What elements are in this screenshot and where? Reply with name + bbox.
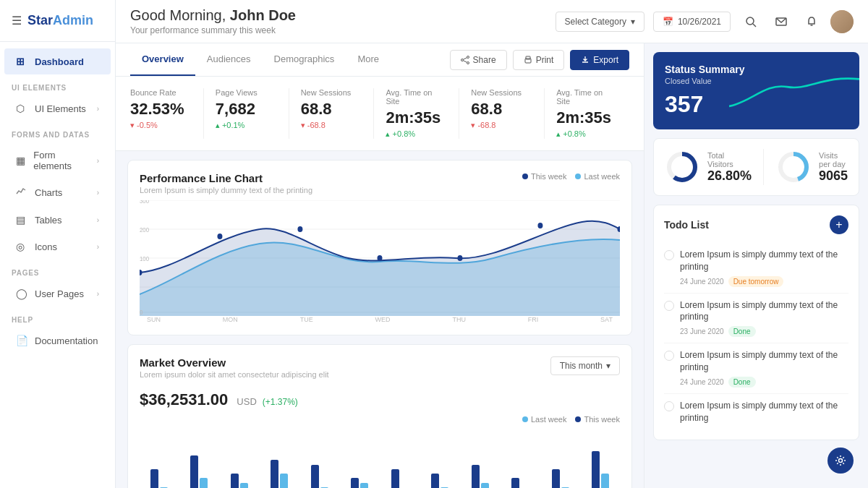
month-filter-button[interactable]: This month ▾: [550, 356, 620, 375]
todo-item: Lorem Ipsum is simply dummy text of the …: [664, 343, 848, 394]
todo-checkbox[interactable]: [664, 401, 674, 411]
charts-container: Performance Line Chart Lorem Ipsum is si…: [116, 151, 644, 488]
mail-button[interactable]: [770, 10, 793, 33]
todo-list: Lorem Ipsum is simply dummy text of the …: [664, 243, 848, 429]
chevron-icon: ›: [97, 216, 99, 224]
todo-badge: Done: [728, 377, 756, 388]
visits-per-day-info: Visits per day 9065: [819, 151, 848, 184]
tabs: Overview Audiences Demographics More: [130, 43, 391, 76]
tab-overview[interactable]: Overview: [130, 43, 195, 76]
todo-date: 23 June 2020: [680, 328, 724, 335]
section-ui-elements: UI ELEMENTS: [0, 75, 115, 95]
todo-content: Lorem Ipsum is simply dummy text of the …: [680, 249, 848, 287]
x-labels: SUNMONTUEWEDTHUFRISAT: [140, 316, 620, 323]
visits-per-day: Visits per day 9065: [775, 149, 848, 185]
todo-text: Lorem Ipsum is simply dummy text of the …: [680, 249, 848, 273]
sidebar-item-ui-elements[interactable]: ⬡ UI Elements ›: [4, 95, 111, 121]
tab-more[interactable]: More: [346, 43, 391, 76]
total-visitors-donut: [664, 149, 700, 185]
sidebar-item-label: Documentation: [35, 335, 98, 346]
sidebar-item-label: Dashboard: [35, 56, 84, 67]
content-area: Overview Audiences Demographics More Sha…: [116, 43, 868, 488]
sidebar-item-user-pages[interactable]: ◯ User Pages ›: [4, 281, 111, 307]
bar-dark: [351, 478, 359, 488]
charts-icon: [16, 187, 27, 199]
todo-title: Todo List: [664, 219, 709, 231]
todo-add-button[interactable]: +: [830, 215, 848, 234]
todo-badge: Done: [728, 326, 756, 337]
avatar[interactable]: [830, 10, 854, 33]
status-chart: [729, 52, 859, 129]
bar-group: [582, 451, 621, 488]
tab-audiences[interactable]: Audiences: [195, 43, 263, 76]
todo-checkbox[interactable]: [664, 351, 674, 361]
divider: [763, 149, 764, 185]
stat-change: ▾ -68.8: [471, 121, 532, 130]
bar-group: [421, 451, 460, 488]
bar-group: [461, 451, 500, 488]
todo-content: Lorem Ipsum is simply dummy text of the …: [680, 299, 848, 338]
todo-meta: 24 June 2020Done: [680, 377, 848, 388]
bar-group: [501, 451, 540, 488]
stats-row: Bounce Rate 32.53% ▾ -0.5% Page Views 7,…: [116, 77, 644, 151]
sidebar-item-form-elements[interactable]: ▦ Form elements ›: [4, 142, 111, 179]
bar-group: [300, 451, 339, 488]
chevron-icon: ›: [97, 243, 99, 251]
export-button[interactable]: Export: [570, 50, 629, 70]
visitors-card: Total Visitors 26.80% Visits per day: [653, 138, 859, 196]
todo-content: Lorem Ipsum is simply dummy text of the …: [680, 400, 848, 424]
share-button[interactable]: Share: [450, 50, 507, 70]
line-chart: 300 200 100 0 SUNMONTUEWEDTHUFRISAT: [140, 200, 620, 323]
bell-button[interactable]: [800, 10, 823, 33]
todo-checkbox[interactable]: [664, 301, 674, 311]
menu-icon[interactable]: ☰: [12, 14, 22, 27]
svg-text:0: 0: [140, 308, 143, 316]
doc-icon: 📄: [16, 335, 27, 346]
section-pages: PAGES: [0, 260, 115, 280]
todo-checkbox[interactable]: [664, 250, 674, 260]
brand-name: StarAdmin: [27, 13, 93, 28]
date-picker[interactable]: 📅 10/26/2021: [653, 12, 731, 32]
category-dropdown[interactable]: Select Category ▾: [556, 12, 644, 32]
top-header: Good Morning, John Doe Your performance …: [116, 0, 868, 43]
bar-dark: [431, 474, 439, 488]
header-greeting: Good Morning, John Doe Your performance …: [130, 7, 296, 35]
chart-subtitle: Lorem Ipsum is simply dummy text of the …: [140, 186, 312, 194]
sidebar-item-documentation[interactable]: 📄 Documentation: [4, 328, 111, 354]
chevron-icon: ›: [97, 189, 99, 197]
bar-light: [240, 483, 248, 488]
sidebar-item-tables[interactable]: ▤ Tables ›: [4, 207, 111, 233]
bar-group: [220, 451, 259, 488]
chevron-down-icon: ▾: [606, 361, 610, 371]
sidebar-item-dashboard[interactable]: ⊞ Dashboard: [4, 48, 111, 74]
svg-point-19: [378, 255, 383, 261]
todo-text: Lorem Ipsum is simply dummy text of the …: [680, 400, 848, 424]
user-pages-icon: ◯: [16, 288, 27, 299]
print-button[interactable]: Print: [513, 50, 565, 70]
todo-card: Todo List + Lorem Ipsum is simply dummy …: [653, 205, 859, 440]
sidebar-nav: ⊞ Dashboard UI ELEMENTS ⬡ UI Elements › …: [0, 42, 115, 488]
svg-point-18: [297, 226, 302, 232]
stat-change: ▴ +0.8%: [386, 129, 447, 139]
chart-legend: This week Last week: [522, 172, 620, 181]
stat-change: ▴ +0.8%: [556, 129, 618, 139]
subtitle-text: Your performance summary this week: [130, 25, 296, 35]
chart-title: Performance Line Chart: [140, 172, 312, 184]
search-button[interactable]: [739, 10, 762, 33]
svg-point-4: [467, 56, 469, 58]
section-forms: FORMS AND DATAS: [0, 122, 115, 142]
sidebar-item-charts[interactable]: Charts ›: [4, 179, 111, 206]
calendar-icon: 📅: [663, 17, 673, 27]
chart-header: Performance Line Chart Lorem Ipsum is si…: [140, 172, 620, 194]
svg-point-21: [537, 223, 542, 228]
stat-bounce-rate: Bounce Rate 32.53% ▾ -0.5%: [130, 88, 204, 139]
sidebar-item-icons[interactable]: ◎ Icons ›: [4, 234, 111, 260]
todo-badge: Due tomorrow: [728, 276, 784, 287]
stat-change: ▴ +0.1%: [216, 121, 277, 130]
total-visitors-info: Total Visitors 26.80%: [707, 151, 752, 184]
tab-demographics[interactable]: Demographics: [263, 43, 346, 76]
bar-dark: [511, 478, 519, 488]
bar-group: [341, 451, 380, 488]
settings-button[interactable]: [827, 448, 854, 474]
bar-light: [360, 483, 368, 488]
